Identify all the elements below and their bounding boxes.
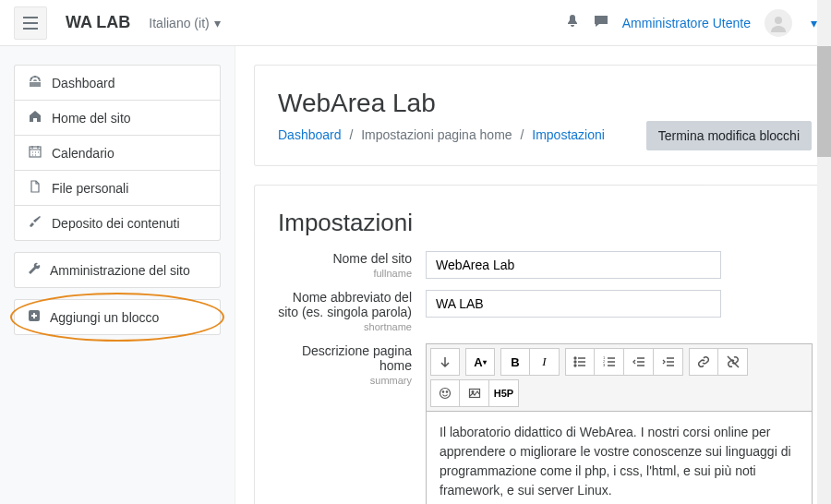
sidebar-item-label: Calendario — [52, 146, 114, 161]
site-name-input[interactable] — [426, 251, 721, 279]
sidebar-item-content-bank[interactable]: Deposito dei contenuti — [15, 206, 220, 240]
end-block-editing-button[interactable]: Termina modifica blocchi — [646, 121, 812, 150]
toolbar-h5p-button[interactable]: H5P — [489, 379, 519, 407]
chat-icon[interactable] — [594, 14, 608, 31]
sidebar: Dashboard Home del sito Calendario File … — [0, 46, 235, 504]
label-description: Descrizione pagina home summary — [278, 343, 426, 386]
page-title: WebArea Lab — [278, 89, 807, 118]
svg-point-12 — [440, 389, 451, 399]
sidebar-item-label: File personali — [52, 181, 128, 196]
scrollbar-thumb[interactable] — [817, 46, 831, 157]
user-dropdown-caret[interactable]: ▾ — [811, 16, 817, 30]
svg-point-2 — [38, 78, 40, 79]
svg-point-13 — [442, 391, 443, 392]
navbar: WA LAB Italiano (it) ▾ Amministratore Ut… — [0, 0, 831, 46]
sidebar-item-dashboard[interactable]: Dashboard — [15, 66, 220, 101]
chevron-down-icon: ▾ — [214, 16, 221, 30]
sidebar-item-label: Deposito dei contenuti — [52, 216, 180, 231]
toolbar-image-button[interactable] — [460, 379, 489, 407]
dashboard-icon — [28, 75, 42, 90]
home-icon — [28, 110, 42, 126]
svg-point-0 — [775, 17, 782, 24]
file-icon — [28, 180, 42, 196]
sidebar-add-block[interactable]: Aggiungi un blocco — [14, 299, 221, 335]
label-shortname: Nome abbreviato del sito (es. singola pa… — [278, 290, 426, 332]
bell-icon[interactable] — [565, 14, 580, 31]
toolbar-ul-button[interactable] — [565, 348, 595, 376]
sidebar-item-label: Home del sito — [52, 111, 131, 126]
sidebar-item-label: Aggiungi un blocco — [50, 310, 159, 325]
sidebar-item-files[interactable]: File personali — [15, 171, 220, 206]
svg-point-7 — [574, 361, 576, 363]
form-row-description: Descrizione pagina home summary A▾ B I — [278, 343, 831, 504]
calendar-icon — [28, 145, 42, 161]
description-editor[interactable]: Il laboratorio didattico di WebArea. I n… — [426, 412, 813, 504]
breadcrumb-settings-page: Impostazioni pagina home — [361, 127, 512, 142]
language-selector[interactable]: Italiano (it) ▾ — [149, 16, 220, 30]
toolbar-indent-button[interactable] — [654, 348, 683, 376]
form-row-shortname: Nome abbreviato del sito (es. singola pa… — [278, 290, 831, 332]
toolbar-expand-button[interactable] — [430, 348, 460, 376]
plus-icon — [28, 309, 41, 325]
editor-toolbar: A▾ B I 123 — [426, 343, 813, 412]
svg-point-8 — [574, 365, 576, 366]
form-row-sitename: Nome del sito fullname — [278, 251, 831, 279]
svg-point-14 — [446, 391, 447, 392]
menu-toggle-button[interactable] — [14, 6, 47, 40]
sidebar-item-label: Dashboard — [52, 76, 115, 90]
label-sitename: Nome del sito fullname — [278, 251, 426, 279]
toolbar-ol-button[interactable]: 123 — [595, 348, 624, 376]
toolbar-link-button[interactable] — [689, 348, 718, 376]
sidebar-item-label: Amministrazione del sito — [50, 263, 190, 278]
paintbrush-icon — [28, 215, 42, 231]
toolbar-unlink-button[interactable] — [718, 348, 748, 376]
svg-text:3: 3 — [603, 363, 606, 367]
breadcrumb-dashboard[interactable]: Dashboard — [278, 127, 342, 142]
settings-heading: Impostazioni — [278, 209, 831, 237]
breadcrumb-settings[interactable]: Impostazioni — [532, 127, 605, 142]
page-header-card: WebArea Lab Dashboard / Impostazioni pag… — [254, 65, 831, 166]
navbar-right: Amministratore Utente ▾ — [565, 9, 817, 37]
wrench-icon — [28, 262, 41, 278]
scrollbar[interactable] — [817, 0, 831, 504]
sidebar-item-home[interactable]: Home del sito — [15, 101, 220, 136]
toolbar-outdent-button[interactable] — [624, 348, 654, 376]
sidebar-nav: Dashboard Home del sito Calendario File … — [14, 65, 221, 241]
main-content: WebArea Lab Dashboard / Impostazioni pag… — [235, 46, 831, 504]
brand[interactable]: WA LAB — [66, 13, 130, 32]
user-menu[interactable]: Amministratore Utente — [622, 16, 751, 30]
settings-card: Impostazioni Nome del sito fullname Nome… — [254, 185, 831, 504]
toolbar-styles-button[interactable]: A▾ — [465, 348, 495, 376]
breadcrumb-separator: / — [521, 127, 524, 142]
language-label: Italiano (it) — [149, 16, 209, 30]
short-name-input[interactable] — [426, 290, 721, 318]
svg-point-3 — [34, 76, 36, 78]
hamburger-icon — [23, 17, 38, 30]
svg-point-6 — [574, 357, 576, 359]
toolbar-emoji-button[interactable] — [430, 379, 460, 407]
breadcrumb-separator: / — [349, 127, 353, 142]
sidebar-item-admin[interactable]: Amministrazione del sito — [14, 252, 221, 288]
toolbar-italic-button[interactable]: I — [530, 348, 560, 376]
avatar[interactable] — [765, 9, 792, 37]
svg-point-1 — [30, 78, 32, 79]
toolbar-bold-button[interactable]: B — [500, 348, 530, 376]
sidebar-item-calendar[interactable]: Calendario — [15, 136, 220, 171]
